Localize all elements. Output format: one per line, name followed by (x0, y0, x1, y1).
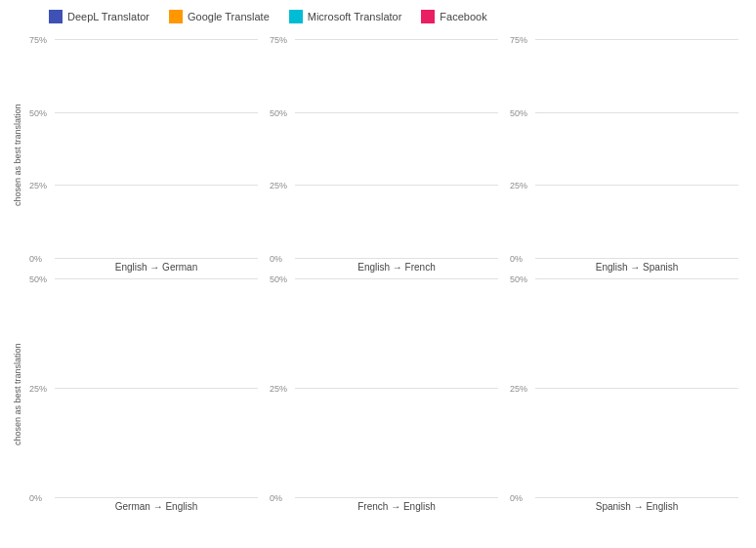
bars-1-0 (55, 278, 258, 497)
x-title-0-0: English → German (55, 258, 258, 274)
legend-item-0: DeepL Translator (49, 10, 149, 23)
bars-1-1 (295, 278, 498, 497)
chart-1-1: 50%25%0%French → English (266, 274, 506, 514)
legend: DeepL Translator Google Translate Micros… (10, 10, 746, 23)
x-title-1-1: French → English (295, 497, 498, 514)
legend-label-3: Facebook (440, 11, 486, 22)
grid-label-0: 0% (510, 493, 523, 503)
x-title-1-2: Spanish → English (535, 497, 738, 514)
grid-label-50: 50% (29, 274, 47, 284)
grid-label-25: 25% (29, 181, 47, 190)
legend-label-2: Microsoft Translator (308, 11, 402, 22)
grid-line-0: 0% (535, 258, 738, 259)
legend-color-2 (289, 10, 303, 23)
grid-label-25: 25% (29, 384, 47, 394)
grid-label-0: 0% (29, 493, 42, 503)
legend-color-3 (421, 10, 435, 23)
grid-label-75: 75% (510, 35, 527, 45)
legend-item-2: Microsoft Translator (289, 10, 402, 23)
grid-label-0: 0% (510, 254, 523, 264)
grid-label-50: 50% (29, 108, 47, 118)
chart-0-1: 75%50%25%0%English → French (266, 35, 506, 274)
bars-0-0 (55, 39, 258, 258)
grid-label-25: 25% (510, 384, 527, 394)
legend-color-0 (49, 10, 63, 23)
chart-inner-0-2: 75%50%25%0% (535, 39, 738, 258)
grid-label-25: 25% (270, 384, 287, 394)
bars-1-2 (535, 278, 738, 497)
grid-label-25: 25% (510, 181, 527, 190)
grid-label-50: 50% (510, 108, 527, 118)
grid-label-25: 25% (270, 181, 287, 190)
grid-label-75: 75% (29, 35, 47, 45)
grid-line-0: 0% (55, 258, 258, 259)
bars-0-1 (295, 39, 498, 258)
legend-label-1: Google Translate (188, 11, 270, 22)
chart-inner-1-0: 50%25%0% (55, 278, 258, 497)
y-axis-label-1: chosen as best translation (10, 274, 25, 514)
chart-inner-0-1: 75%50%25%0% (295, 39, 498, 258)
grid-label-50: 50% (270, 108, 287, 118)
grid-label-50: 50% (270, 274, 287, 284)
y-axis-label-0: chosen as best translation (10, 35, 25, 274)
grid-line-0: 0% (295, 258, 498, 259)
chart-0-2: 75%50%25%0%English → Spanish (506, 35, 746, 274)
legend-label-0: DeepL Translator (67, 11, 149, 22)
grid-label-75: 75% (270, 35, 287, 45)
grid-label-0: 0% (29, 254, 42, 264)
chart-inner-1-1: 50%25%0% (295, 278, 498, 497)
chart-1-0: 50%25%0%German → English (25, 274, 266, 514)
grid-label-0: 0% (270, 254, 282, 264)
bars-0-2 (535, 39, 738, 258)
legend-item-1: Google Translate (169, 10, 270, 23)
grid-line-0: 0% (295, 497, 498, 498)
legend-item-3: Facebook (421, 10, 486, 23)
chart-row-0: chosen as best translation75%50%25%0%Eng… (10, 35, 746, 274)
chart-inner-0-0: 75%50%25%0% (55, 39, 258, 258)
chart-0-0: 75%50%25%0%English → German (25, 35, 266, 274)
x-title-1-0: German → English (55, 497, 258, 514)
grid-line-0: 0% (55, 497, 258, 498)
x-title-0-2: English → Spanish (535, 258, 738, 274)
legend-color-1 (169, 10, 183, 23)
chart-container: DeepL Translator Google Translate Micros… (0, 0, 756, 548)
grid-line-0: 0% (535, 497, 738, 498)
chart-inner-1-2: 50%25%0% (535, 278, 738, 497)
x-title-0-1: English → French (295, 258, 498, 274)
chart-row-1: chosen as best translation50%25%0%German… (10, 274, 746, 514)
grid-label-0: 0% (270, 493, 282, 503)
charts-wrapper: chosen as best translation75%50%25%0%Eng… (10, 35, 746, 514)
grid-label-50: 50% (510, 274, 527, 284)
chart-1-2: 50%25%0%Spanish → English (506, 274, 746, 514)
